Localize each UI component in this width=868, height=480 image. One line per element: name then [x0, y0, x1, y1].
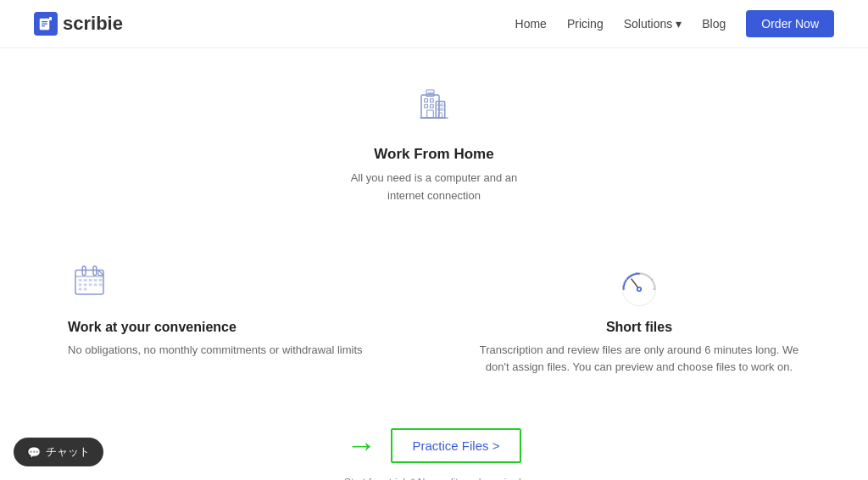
- convenience-title: Work at your convenience: [68, 320, 390, 335]
- svg-rect-32: [84, 283, 87, 286]
- svg-rect-4: [49, 17, 52, 20]
- chevron-down-icon: ▾: [676, 17, 682, 31]
- cta-row: → Practice Files >: [347, 427, 522, 463]
- calendar-icon: [68, 256, 390, 310]
- nav-solutions[interactable]: Solutions ▾: [624, 17, 682, 31]
- nav: Home Pricing Solutions ▾ Blog Order Now: [515, 10, 834, 37]
- main-content: Work From Home All you need is a compute…: [0, 48, 868, 480]
- logo[interactable]: scribie: [34, 12, 123, 36]
- svg-rect-26: [79, 279, 82, 282]
- svg-rect-27: [84, 279, 87, 282]
- arrow-right-icon: →: [347, 427, 377, 463]
- short-files-feature: Short files Transcription and review fil…: [478, 256, 800, 377]
- chat-button[interactable]: 💬 チャット: [14, 438, 103, 466]
- work-from-home-title: Work From Home: [17, 146, 851, 163]
- chat-icon: 💬: [27, 446, 41, 459]
- logo-icon: [34, 12, 58, 36]
- svg-rect-9: [431, 104, 434, 108]
- svg-rect-34: [94, 283, 97, 286]
- svg-rect-3: [42, 25, 45, 26]
- order-now-button[interactable]: Order Now: [746, 10, 834, 37]
- header: scribie Home Pricing Solutions ▾ Blog Or…: [0, 0, 868, 48]
- svg-rect-30: [99, 279, 103, 282]
- svg-point-46: [638, 287, 641, 290]
- svg-rect-36: [79, 287, 82, 290]
- building-icon: [17, 82, 851, 136]
- chat-label: チャット: [46, 444, 90, 460]
- two-col-features: Work at your convenience No obligations,…: [0, 239, 868, 411]
- svg-rect-6: [425, 99, 428, 103]
- practice-files-button[interactable]: Practice Files >: [391, 428, 522, 463]
- svg-rect-33: [89, 283, 92, 286]
- convenience-feature: Work at your convenience No obligations,…: [68, 256, 390, 377]
- nav-solutions-label: Solutions: [624, 17, 673, 31]
- svg-rect-31: [79, 283, 82, 286]
- svg-rect-37: [84, 287, 87, 290]
- svg-rect-2: [42, 24, 47, 25]
- cta-section: → Practice Files > Start free trial. * N…: [0, 410, 868, 480]
- svg-rect-17: [441, 104, 443, 107]
- nav-home[interactable]: Home: [515, 17, 547, 31]
- svg-rect-8: [425, 104, 428, 108]
- svg-rect-28: [89, 279, 92, 282]
- svg-rect-10: [427, 110, 434, 118]
- svg-rect-35: [99, 283, 103, 286]
- svg-rect-22: [75, 270, 103, 294]
- nav-pricing[interactable]: Pricing: [567, 17, 604, 31]
- short-files-title: Short files: [478, 320, 800, 335]
- svg-rect-19: [441, 109, 443, 111]
- speedometer-icon: [478, 256, 800, 310]
- svg-rect-7: [431, 99, 434, 103]
- cta-subtext: Start free trial. * No credit card requi…: [344, 477, 524, 480]
- short-files-desc: Transcription and review files are only …: [478, 342, 800, 377]
- svg-rect-29: [94, 279, 97, 282]
- work-from-home-desc: All you need is a computer and an intern…: [349, 170, 519, 205]
- work-from-home-feature: Work From Home All you need is a compute…: [0, 65, 868, 239]
- logo-text: scribie: [63, 13, 123, 35]
- svg-rect-1: [42, 21, 47, 22]
- convenience-desc: No obligations, no monthly commitments o…: [68, 342, 390, 360]
- nav-blog[interactable]: Blog: [702, 17, 726, 31]
